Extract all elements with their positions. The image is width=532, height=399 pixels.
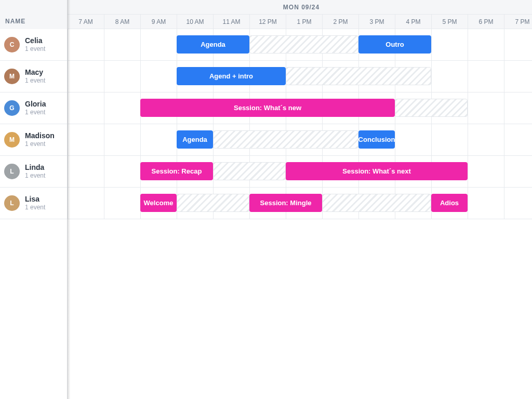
person-event-count: 1 event [25,204,45,211]
event-block[interactable]: Session: Mingle [249,194,322,212]
hour-cell: 1 PM [286,15,322,29]
timeline-row[interactable]: AgendaConclusion [68,124,532,156]
event-block[interactable]: Session: Recap [140,162,213,180]
person-event-count: 1 event [25,45,45,53]
event-block[interactable]: Agend + intro [177,67,286,85]
name-column-header: NAME [0,0,67,29]
avatar: L [4,164,20,179]
timeline-row[interactable]: Agend + intro [68,61,532,92]
person-row[interactable]: LLisa1 event [0,188,67,219]
event-gap[interactable] [213,130,358,149]
timeline-row[interactable]: AgendaOutro [68,29,532,61]
timeline-rows: AgendaOutroAgend + introSession: What´s … [68,29,532,219]
avatar: M [4,69,20,84]
person-name: Lisa [25,195,45,204]
hour-cell: 12 PM [249,15,286,29]
avatar: G [4,100,20,116]
hour-cell: 10 AM [177,15,213,29]
event-block[interactable]: Session: What´s next [286,162,468,180]
avatar: C [4,37,20,52]
event-block[interactable]: Session: What´s new [140,99,395,117]
event-block[interactable]: Agenda [177,35,249,54]
hour-cell: 8 AM [104,15,140,29]
event-block[interactable]: Welcome [140,194,177,212]
hour-scale: 7 AM8 AM9 AM10 AM11 AM12 PM1 PM2 PM3 PM4… [68,15,532,29]
person-name: Linda [25,163,45,172]
timeline-header: MON 09/24 7 AM8 AM9 AM10 AM11 AM12 PM1 P… [68,0,532,29]
event-block[interactable]: Outro [358,35,431,54]
hour-cell: 7 AM [68,15,104,29]
person-name: Madison [25,131,55,141]
person-name: Gloria [25,100,46,109]
hour-cell: 4 PM [395,15,431,29]
person-name: Celia [25,36,45,46]
avatar: M [4,132,20,148]
person-row[interactable]: LLinda1 event [0,156,67,188]
hour-cell: 2 PM [322,15,358,29]
hour-cell: 5 PM [431,15,468,29]
hour-cell: 11 AM [213,15,249,29]
person-name: Macy [25,68,45,77]
timeline-row[interactable]: Session: What´s new [68,92,532,124]
timeline-grid: MON 09/24 7 AM8 AM9 AM10 AM11 AM12 PM1 P… [68,0,532,399]
people-list: CCelia1 eventMMacy1 eventGGloria1 eventM… [0,29,67,219]
hour-cell: 3 PM [358,15,395,29]
date-label: MON 09/24 [68,0,532,15]
person-event-count: 1 event [25,172,45,180]
timeline-row[interactable]: Session: RecapSession: What´s next [68,156,532,188]
event-gap[interactable] [395,99,468,117]
avatar: L [4,195,20,211]
event-gap[interactable] [286,67,431,85]
hour-cell: 9 AM [140,15,177,29]
person-event-count: 1 event [25,109,46,116]
person-event-count: 1 event [25,140,55,148]
event-block[interactable]: Conclusion [358,130,395,149]
sidebar: NAME CCelia1 eventMMacy1 eventGGloria1 e… [0,0,68,399]
person-event-count: 1 event [25,77,45,85]
timeline-row[interactable]: WelcomeSession: MingleAdios [68,188,532,219]
hour-cell: 6 PM [468,15,504,29]
person-row[interactable]: GGloria1 event [0,92,67,124]
person-row[interactable]: MMadison1 event [0,124,67,156]
event-gap[interactable] [322,194,431,212]
event-gap[interactable] [249,35,358,54]
person-row[interactable]: CCelia1 event [0,29,67,61]
hour-cell: 7 PM [504,15,532,29]
event-gap[interactable] [177,194,249,212]
event-block[interactable]: Agenda [177,130,213,149]
event-block[interactable]: Adios [431,194,468,212]
event-gap[interactable] [213,162,286,180]
person-row[interactable]: MMacy1 event [0,61,67,92]
